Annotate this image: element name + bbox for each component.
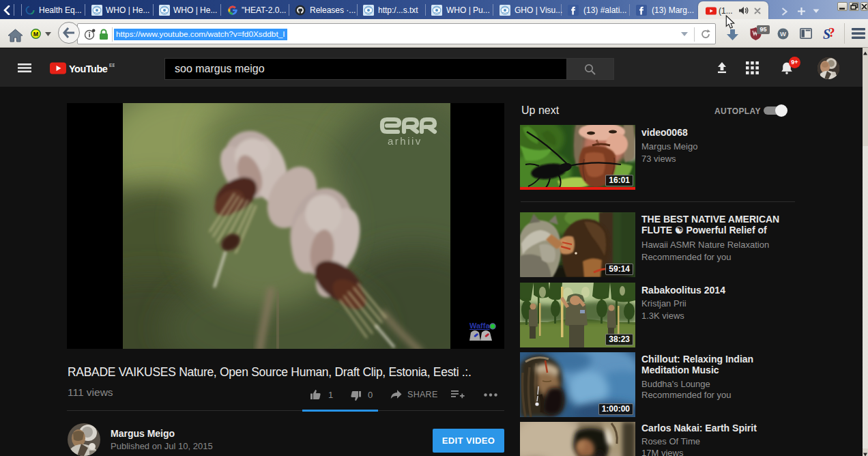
svg-text:arhiiv: arhiiv	[388, 135, 422, 147]
svg-text:EE: EE	[109, 63, 115, 68]
svg-text:M: M	[33, 31, 39, 38]
svg-text:YouTube: YouTube	[69, 63, 108, 74]
svg-text:W: W	[780, 30, 786, 38]
svg-text:Waffa: Waffa	[469, 322, 490, 330]
